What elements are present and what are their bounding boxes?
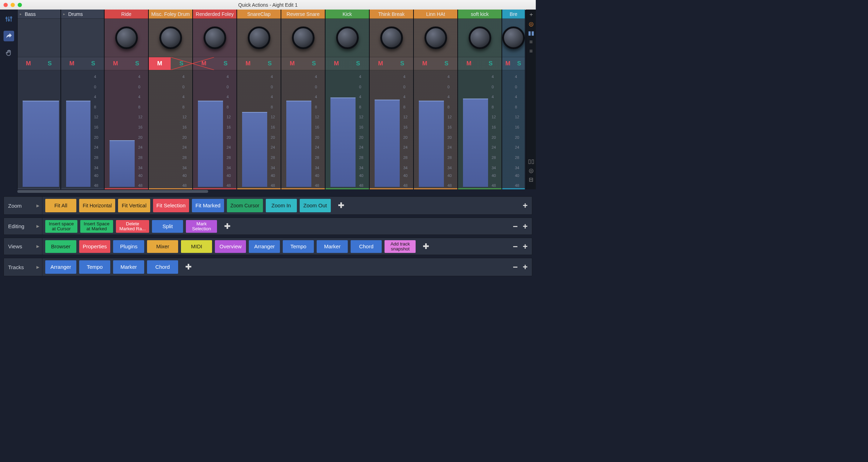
row-plus-icon[interactable]: + xyxy=(523,262,528,272)
pan-knob[interactable] xyxy=(159,26,182,49)
solo-button[interactable]: S xyxy=(303,57,325,70)
target-icon[interactable]: ◎ xyxy=(528,20,535,27)
quick-btn-zoom-cursor[interactable]: Zoom Cursor xyxy=(227,199,263,212)
solo-button[interactable]: S xyxy=(514,57,525,70)
mute-button[interactable]: M xyxy=(414,57,436,70)
solo-button[interactable]: S xyxy=(259,57,281,70)
pan-knob[interactable] xyxy=(424,26,447,49)
mute-button[interactable]: M xyxy=(370,57,392,70)
quick-btn-mixer[interactable]: Mixer xyxy=(147,240,178,253)
quick-btn-insert-space-at-cursor[interactable]: Insert spaceat Cursor xyxy=(45,220,77,233)
share-icon[interactable] xyxy=(4,31,14,41)
row-plus-icon[interactable]: + xyxy=(523,242,528,251)
add-action-icon[interactable]: ✚ xyxy=(181,262,196,272)
quick-btn-arranger[interactable]: Arranger xyxy=(249,240,280,253)
row-minus-icon[interactable]: − xyxy=(513,221,518,231)
pan-knob[interactable] xyxy=(469,26,491,49)
add-action-icon[interactable]: ✚ xyxy=(418,242,433,251)
mute-button[interactable]: M xyxy=(281,57,303,70)
quick-btn-browser[interactable]: Browser xyxy=(45,240,76,253)
mute-button[interactable]: M xyxy=(193,57,215,70)
quick-btn-marker[interactable]: Marker xyxy=(113,260,144,274)
quick-btn-insert-space-at-marked[interactable]: Insert Spaceat Marked xyxy=(80,220,113,233)
quick-btn-zoom-out[interactable]: Zoom Out xyxy=(300,199,331,212)
channel-header[interactable]: soft kick xyxy=(458,10,502,19)
mixer-hscroll[interactable] xyxy=(17,189,208,194)
channel-header[interactable]: Misc. Foley Drum xyxy=(149,10,192,19)
solo-button[interactable]: S xyxy=(215,57,237,70)
channel-header[interactable]: Renderded Foley xyxy=(193,10,236,19)
row-plus-icon[interactable]: + xyxy=(523,221,528,231)
pan-knob[interactable] xyxy=(502,26,525,49)
quick-btn-fit-all[interactable]: Fit All xyxy=(45,199,76,212)
quick-btn-properties[interactable]: Properties xyxy=(79,240,110,253)
row-minus-icon[interactable]: − xyxy=(513,262,518,272)
channel-header[interactable]: Drums xyxy=(61,10,104,19)
quick-btn-zoom-in[interactable]: Zoom In xyxy=(266,199,297,212)
record-icon[interactable]: ◎ xyxy=(528,167,535,174)
channel-header[interactable]: Ride xyxy=(105,10,148,19)
sliders-icon[interactable] xyxy=(4,14,14,24)
pan-knob[interactable] xyxy=(204,26,226,49)
quick-btn-fit-marked[interactable]: Fit Marked xyxy=(192,199,224,212)
panel-toggle-icon[interactable]: ⊟ xyxy=(528,176,535,183)
quick-btn-tempo[interactable]: Tempo xyxy=(79,260,110,274)
solo-button[interactable]: S xyxy=(83,57,104,70)
pan-knob[interactable] xyxy=(115,26,138,49)
bars2-icon[interactable]: ≡ xyxy=(528,48,535,55)
pause-icon[interactable]: ▮▮ xyxy=(528,29,535,36)
solo-button[interactable]: S xyxy=(39,57,61,70)
hand-icon[interactable] xyxy=(4,48,14,58)
quick-row-label[interactable]: Views▶ xyxy=(4,238,42,255)
channel-header[interactable]: Think Break xyxy=(370,10,413,19)
quick-btn-fit-horizontal[interactable]: Fit Horizontal xyxy=(79,199,115,212)
pan-knob[interactable] xyxy=(292,26,315,49)
quick-row-label[interactable]: Tracks▶ xyxy=(4,258,42,276)
meters-icon[interactable]: ▯▯ xyxy=(528,158,535,165)
quick-btn-mark-selection[interactable]: MarkSelection xyxy=(186,220,217,233)
solo-button[interactable]: S xyxy=(347,57,369,70)
row-plus-icon[interactable]: + xyxy=(523,201,528,211)
quick-btn-split[interactable]: Split xyxy=(152,220,183,233)
channel-header[interactable]: Kick xyxy=(326,10,369,19)
row-minus-icon[interactable]: − xyxy=(513,242,518,251)
pan-knob[interactable] xyxy=(248,26,270,49)
mute-button[interactable]: M xyxy=(458,57,480,70)
mute-button[interactable]: M xyxy=(502,57,514,70)
add-action-icon[interactable]: ✚ xyxy=(220,222,235,231)
channel-header[interactable]: Bass xyxy=(18,10,60,19)
mute-button[interactable]: M xyxy=(61,57,83,70)
quick-btn-arranger[interactable]: Arranger xyxy=(45,260,76,274)
mute-button[interactable]: M xyxy=(326,57,347,70)
quick-btn-tempo[interactable]: Tempo xyxy=(283,240,314,253)
mute-button[interactable]: M xyxy=(237,57,259,70)
quick-btn-fit-selection[interactable]: Fit Selection xyxy=(153,199,189,212)
channel-header[interactable]: Reverse Snare xyxy=(281,10,325,19)
quick-btn-marker[interactable]: Marker xyxy=(317,240,348,253)
solo-button[interactable]: S xyxy=(480,57,502,70)
mute-button[interactable]: M xyxy=(149,57,171,70)
quick-btn-plugins[interactable]: Plugins xyxy=(113,240,144,253)
quick-btn-chord[interactable]: Chord xyxy=(351,240,382,253)
mute-button[interactable]: M xyxy=(18,57,39,70)
bars-icon[interactable]: ≡ xyxy=(528,38,535,46)
quick-btn-chord[interactable]: Chord xyxy=(147,260,178,274)
channel-header[interactable]: Bre xyxy=(502,10,525,19)
quick-btn-overview[interactable]: Overview xyxy=(215,240,246,253)
quick-row-label[interactable]: Editing▶ xyxy=(4,218,42,235)
quick-row-label[interactable]: Zoom▶ xyxy=(4,197,42,214)
solo-button[interactable]: S xyxy=(171,57,193,70)
channel-header[interactable]: SnareClap xyxy=(237,10,281,19)
solo-button[interactable]: S xyxy=(436,57,458,70)
pan-knob[interactable] xyxy=(336,26,359,49)
add-icon[interactable]: ＋ xyxy=(528,11,535,18)
pan-knob[interactable] xyxy=(380,26,403,49)
add-action-icon[interactable]: ✚ xyxy=(334,201,348,210)
quick-btn-delete-marked-ra[interactable]: DeleteMarked Ra... xyxy=(116,220,149,233)
channel-header[interactable]: Linn HAt xyxy=(414,10,457,19)
quick-btn-midi[interactable]: MIDI xyxy=(181,240,212,253)
quick-btn-add-track-snapshot[interactable]: Add tracksnapshot xyxy=(385,240,416,253)
quick-btn-fit-vertical[interactable]: Fit Vertical xyxy=(118,199,150,212)
solo-button[interactable]: S xyxy=(127,57,148,70)
solo-button[interactable]: S xyxy=(392,57,414,70)
